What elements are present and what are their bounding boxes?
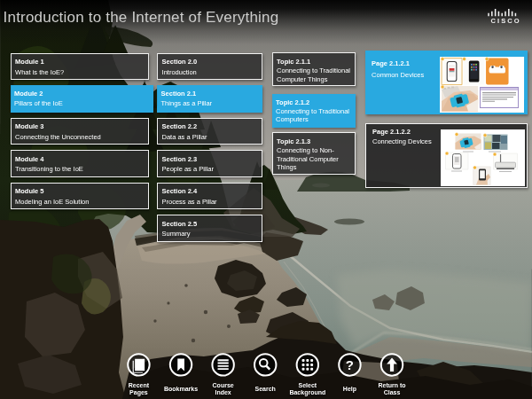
svg-text:?: ?: [346, 357, 354, 372]
